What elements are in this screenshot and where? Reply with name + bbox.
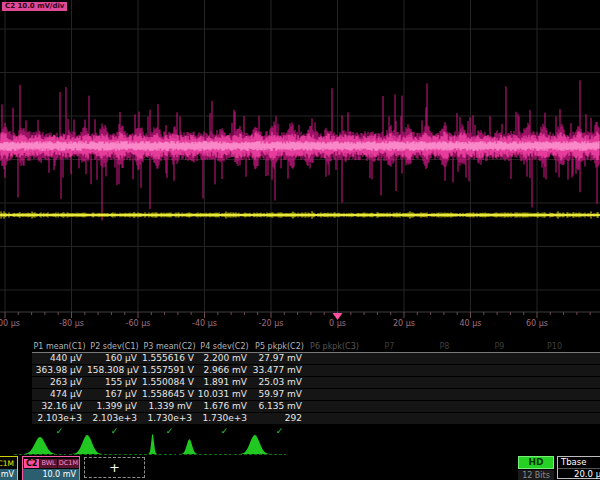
measure-cell [362,389,417,400]
time-axis-tick-label: -80 µs [59,319,84,328]
histicon[interactable] [234,433,287,455]
measure-cell: 440 µV [32,353,87,364]
measure-column-header[interactable]: P6 pkpk(C3) [307,342,362,352]
c1-scale-value: 20.0 mV [0,469,17,480]
measure-cell: 2.103e+3 [87,413,142,424]
measure-cell [417,365,472,376]
measure-cell [582,401,600,412]
measure-cell: 1.730e+3 [142,413,197,424]
histicon[interactable] [14,433,67,455]
measure-cell [417,401,472,412]
histicon[interactable] [69,433,122,455]
hd-bits-label: 12 Bits [518,470,554,480]
add-trace-button[interactable]: + [84,457,145,478]
time-axis-tick-label: 20 µs [393,319,415,328]
measure-cell: 160 µV [87,353,142,364]
measure-cell [582,365,600,376]
measure-cell [472,365,527,376]
measure-column-header[interactable]: P2 sdev(C1) [87,342,142,352]
measure-cell: 27.97 mV [252,353,307,364]
measure-cell [362,353,417,364]
measure-cell: 1.730e+3 [197,413,252,424]
measure-cell: 1.676 mV [197,401,252,412]
measure-cell: 1.339 mV [142,401,197,412]
measure-cell [527,389,582,400]
measure-cell: 292 [252,413,307,424]
measure-cell [417,377,472,388]
measure-column-header[interactable]: P5 pkpk(C2) [252,342,307,352]
histicon[interactable] [179,433,232,455]
measure-cell [472,377,527,388]
measure-cell [582,413,600,424]
measure-cell: 2.200 mV [197,353,252,364]
measure-cell: 1.891 mV [197,377,252,388]
measure-cell [362,365,417,376]
measure-cell: 363.98 µV [32,365,87,376]
measure-cell [307,389,362,400]
time-axis-tick-label: 0 µs [329,319,346,328]
measure-column-header[interactable]: P1 mean(C1) [32,342,87,352]
measure-cell [362,413,417,424]
c2-bwl-badge: BWL [40,459,56,468]
hd-mode-indicator[interactable]: HD 12 Bits [518,456,554,480]
measure-cell [582,377,600,388]
measure-cell: 167 µV [87,389,142,400]
measure-cell: 2.103e+3 [32,413,87,424]
measure-cell [472,353,527,364]
measure-column-header[interactable]: P4 sdev(C2) [197,342,252,352]
measure-cell: 10.031 mV [197,389,252,400]
measure-cell: 263 µV [32,377,87,388]
status-check-icon [582,425,600,437]
time-axis-tick-label: -100 µs [0,319,20,328]
waveform-display[interactable]: C2 10.0 mV/div -100 µs-80 µs-60 µs-40 µs… [0,0,600,340]
measure-column-header[interactable]: P10 [527,342,582,352]
measure-cell: 2.966 mV [197,365,252,376]
channel-descriptor-c2[interactable]: C2 BWL DC1M 10.0 mV [22,456,80,480]
time-axis-tick-label: -40 µs [192,319,217,328]
measure-cell: 59.97 mV [252,389,307,400]
measure-cell [527,353,582,364]
status-check-icon [307,425,362,437]
measure-cell: 474 µV [32,389,87,400]
measure-cell: 1.557591 V [142,365,197,376]
timebase-descriptor[interactable]: Tbase 20.0 µs/div [557,456,600,479]
c2-scale-value: 10.0 mV [23,469,79,480]
measure-cell [417,389,472,400]
status-check-icon [417,425,472,437]
measure-cell: 1.399 µV [87,401,142,412]
measure-cell [472,401,527,412]
measure-cell [472,389,527,400]
measure-cell: 32.16 µV [32,401,87,412]
measure-table: P1 mean(C1)P2 sdev(C1)P3 mean(C2)P4 sdev… [32,342,600,437]
measure-cell: 1.558645 V [142,389,197,400]
status-check-icon [362,425,417,437]
measure-cell [417,413,472,424]
measure-cell [362,377,417,388]
measure-cell [307,377,362,388]
time-axis-tick-label: -20 µs [259,319,284,328]
hd-badge: HD [518,456,554,469]
measure-cell: 33.477 mV [252,365,307,376]
tbase-scale-value: 20.0 µs/div [558,469,600,479]
measure-cell: 6.135 mV [252,401,307,412]
status-check-icon [527,425,582,437]
measure-column-header[interactable]: P8 [417,342,472,352]
measure-cell [527,401,582,412]
measure-cell [527,365,582,376]
measure-cell [582,353,600,364]
channel-descriptor-c1[interactable]: DC1M 20.0 mV [0,456,18,480]
time-axis-tick-label: -60 µs [126,319,151,328]
plus-icon: + [109,460,120,475]
measure-cell [417,353,472,364]
measure-column-header[interactable]: P9 [472,342,527,352]
measure-cell [307,401,362,412]
measure-column-header[interactable]: P3 mean(C2) [142,342,197,352]
measure-cell: 1.555616 V [142,353,197,364]
trace-label-c2: C2 10.0 mV/div [2,2,67,11]
measure-cell: 158.308 µV [87,365,142,376]
measure-column-header[interactable]: P7 [362,342,417,352]
c1-coupling-label: DC1M [0,459,16,468]
tbase-label: Tbase [558,457,600,469]
histicon[interactable] [124,433,177,455]
measure-column-header[interactable]: P11 [582,342,600,352]
